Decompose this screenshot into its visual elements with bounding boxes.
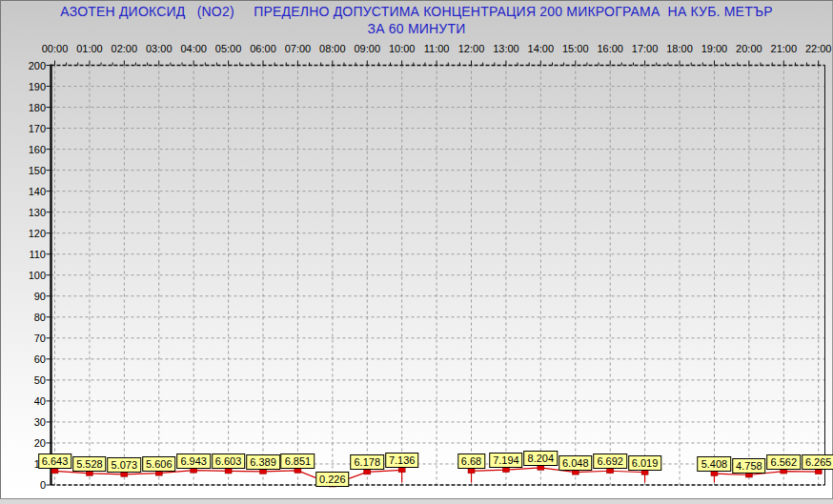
- data-point-label: 6.178: [350, 454, 384, 470]
- x-axis-label: 02:00: [112, 43, 138, 54]
- data-point-marker: [641, 470, 648, 474]
- y-axis-label: 160: [15, 144, 46, 155]
- x-axis-label: 09:00: [354, 43, 380, 54]
- data-point-label: 6.851: [281, 454, 315, 469]
- data-point-label: 7.136: [385, 453, 419, 468]
- x-axis-label: 05:00: [215, 43, 242, 54]
- x-axis-label: 12:00: [458, 43, 485, 54]
- data-point-marker: [86, 471, 92, 475]
- data-point-marker: [295, 468, 301, 473]
- data-point-label: 6.643: [38, 454, 72, 469]
- data-point-marker: [155, 471, 162, 475]
- data-point-label: 8.204: [524, 451, 559, 466]
- x-axis-label: 08:00: [319, 43, 346, 54]
- x-axis-label: 15:00: [562, 43, 589, 54]
- y-axis-label: 190: [15, 81, 46, 92]
- y-axis-label: 170: [15, 123, 46, 134]
- data-point-label: 6.562: [767, 454, 802, 470]
- data-point-label: 5.073: [108, 457, 142, 473]
- x-axis-label: 11:00: [424, 43, 450, 54]
- data-point-marker: [225, 469, 232, 474]
- x-axis-label: 03:00: [146, 43, 173, 54]
- y-axis-label: 200: [15, 60, 46, 71]
- y-axis-label: 110: [15, 249, 46, 260]
- data-point-label: 5.606: [142, 456, 176, 472]
- x-axis-label: 20:00: [736, 43, 762, 54]
- x-axis-label: 18:00: [666, 43, 693, 54]
- y-axis-label: 150: [15, 165, 46, 176]
- data-point-marker: [815, 470, 822, 474]
- data-point-marker: [364, 470, 371, 474]
- x-axis-label: 06:00: [250, 43, 276, 54]
- data-point-label: 6.019: [628, 455, 662, 471]
- data-point-marker: [51, 469, 58, 474]
- data-point-marker: [468, 469, 475, 474]
- x-axis-label: 19:00: [701, 43, 728, 54]
- x-axis-label: 00:00: [42, 43, 69, 54]
- y-axis-label: 180: [15, 102, 46, 113]
- x-axis-label: 22:00: [805, 43, 832, 54]
- x-axis-label: 10:00: [389, 43, 416, 54]
- data-point-label: 6.389: [246, 454, 280, 470]
- y-axis-label: 30: [15, 416, 46, 428]
- y-axis-label: 100: [15, 270, 46, 281]
- axis-ticks: [47, 61, 819, 486]
- data-point-label: 4.758: [732, 458, 766, 474]
- plot-area: [0, 0, 833, 504]
- grid-lines: [51, 66, 825, 486]
- data-point-label: 6.692: [593, 454, 627, 469]
- data-point-marker: [121, 472, 128, 476]
- data-point-label: 5.408: [698, 456, 732, 472]
- x-axis-label: 14:00: [528, 43, 555, 54]
- y-axis-label: 0: [15, 479, 46, 491]
- data-point-marker: [191, 468, 197, 473]
- x-axis-label: 07:00: [285, 43, 312, 54]
- data-point-label: 6.68: [457, 454, 485, 469]
- x-axis-label: 21:00: [771, 43, 798, 54]
- y-axis-label: 20: [15, 437, 46, 449]
- x-axis-label: 01:00: [76, 43, 103, 54]
- x-axis-label: 13:00: [493, 43, 519, 54]
- y-axis-label: 130: [15, 207, 46, 218]
- data-point-marker: [607, 469, 614, 474]
- y-axis-label: 40: [15, 395, 46, 407]
- y-axis-label: 70: [15, 333, 46, 344]
- y-axis-label: 60: [15, 353, 46, 365]
- y-axis-label: 140: [15, 186, 46, 197]
- data-point-label: 5.528: [72, 456, 107, 472]
- data-point-label: 6.603: [212, 454, 246, 469]
- data-point-marker: [538, 465, 544, 470]
- data-point-marker: [260, 469, 267, 474]
- x-axis-label: 17:00: [632, 43, 659, 54]
- x-axis-label: 04:00: [180, 43, 207, 54]
- bottom-panel: [0, 498, 833, 504]
- data-point-marker: [781, 469, 787, 474]
- data-point-label: 6.943: [176, 454, 211, 469]
- y-axis-label: 50: [15, 374, 46, 386]
- y-axis-label: 90: [15, 291, 46, 302]
- data-point-label: 0.226: [315, 472, 350, 487]
- y-axis-label: 80: [15, 312, 46, 323]
- data-point-marker: [711, 472, 718, 476]
- data-point-label: 6.265: [802, 454, 833, 470]
- chart-window: АЗОТЕН ДИОКСИД (NO2) ПРЕДЕЛНО ДОПУСТИМА …: [0, 0, 833, 504]
- data-point-label: 7.194: [489, 453, 523, 468]
- data-point-marker: [398, 468, 405, 473]
- y-axis-label: 120: [15, 228, 46, 239]
- data-point-marker: [572, 470, 579, 474]
- data-point-marker: [745, 473, 752, 477]
- data-point-marker: [502, 468, 509, 473]
- x-axis-label: 16:00: [597, 43, 623, 54]
- data-point-label: 6.048: [559, 455, 593, 471]
